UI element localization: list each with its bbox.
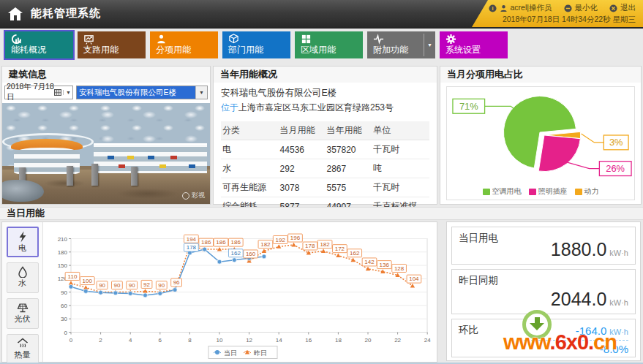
table-cell: 44536 <box>279 140 326 159</box>
side-tab-water[interactable]: 水 <box>7 262 39 293</box>
energy-type-rail: 电水光伏热量 <box>2 222 43 362</box>
table-row: 水2922867吨 <box>221 159 429 178</box>
legend-swatch-icon <box>483 189 490 195</box>
svg-text:12: 12 <box>246 337 252 344</box>
table-cell: 3078 <box>279 178 326 197</box>
pie-chart-frame: 71%3%26% 空调用电照明插座动力 <box>446 86 635 200</box>
table-cell: 千瓦时 <box>372 140 429 159</box>
daily-stats-panel: 当日用电1880.0kW·h昨日同期2044.0kW·h环比-164.0kW·h… <box>446 221 641 361</box>
logout-label[interactable]: 退出 <box>620 3 636 13</box>
column-header: 分类 <box>221 121 279 140</box>
building-dropdown-arrow[interactable]: ▼ <box>195 86 207 99</box>
annual-panel-title: 当年用能概况 <box>214 67 437 83</box>
tab-label: 支路用能 <box>83 44 119 56</box>
pie-legend-item: 空调用电 <box>483 186 522 197</box>
svg-text:136: 136 <box>380 262 390 268</box>
svg-text:180: 180 <box>58 249 68 256</box>
svg-text:162: 162 <box>231 250 241 257</box>
table-row: 电44536357820千瓦时 <box>221 140 429 159</box>
date-dropdown-arrow[interactable]: ▼ <box>63 90 71 95</box>
svg-text:18: 18 <box>335 337 342 344</box>
table-header-row: 分类当月用能当年用能单位 <box>221 121 429 140</box>
logged-user: acrel|操作员 <box>511 3 552 13</box>
svg-text:96: 96 <box>173 279 180 286</box>
tab-energy-overview[interactable]: 能耗概况 <box>5 31 73 58</box>
tab-dropdown-arrow[interactable]: ▼ <box>424 34 435 56</box>
svg-text:8: 8 <box>188 337 192 344</box>
column-header: 单位 <box>372 121 429 140</box>
svg-text:178: 178 <box>305 243 315 249</box>
building-info-panel: 建筑信息 2018年 7月18日 ▼ 安科瑞电气股份有限公司E楼 ▼ <box>1 66 211 205</box>
side-tab-heat[interactable]: 热量 <box>7 334 39 364</box>
stat-unit: kW·h <box>609 298 628 307</box>
stat-value: 1880.0 <box>551 239 606 259</box>
svg-text:0: 0 <box>69 337 73 344</box>
svg-text:90: 90 <box>129 282 135 289</box>
svg-text:10: 10 <box>217 337 223 344</box>
minimize-label[interactable]: 最小化 <box>575 3 598 13</box>
table-cell: 水 <box>221 159 279 178</box>
table-cell: 292 <box>279 159 326 178</box>
svg-text:22: 22 <box>394 337 401 344</box>
tab-branch-energy[interactable]: 支路用能 <box>78 31 146 58</box>
home-icon[interactable] <box>7 6 23 22</box>
side-tab-solar[interactable]: 光伏 <box>7 298 39 329</box>
stat-card-today-usage: 当日用电1880.0kW·h <box>451 227 636 265</box>
pie-panel-title: 当月分项用电占比 <box>440 67 641 83</box>
date-value: 2018年 7月18日 <box>7 82 54 102</box>
svg-text:186: 186 <box>231 239 241 246</box>
tab-label: 分项用能 <box>156 44 191 56</box>
region-icon <box>301 34 312 45</box>
location-link[interactable]: 位于 <box>221 102 238 113</box>
svg-text:196: 196 <box>290 235 301 241</box>
legend-swatch-icon <box>529 189 536 195</box>
tab-region-energy[interactable]: 区域用能 <box>295 31 363 58</box>
info-icon[interactable]: i <box>489 4 497 12</box>
svg-text:92: 92 <box>143 281 150 288</box>
stat-label: 昨日同期 <box>452 270 635 287</box>
tab-label: 区域用能 <box>301 44 336 56</box>
tab-label: 部门用能 <box>228 44 263 56</box>
daily-usage-band: 当日用能 <box>0 207 643 220</box>
svg-text:4: 4 <box>129 337 132 344</box>
calendar-icon <box>54 88 61 96</box>
date-picker[interactable]: 2018年 7月18日 ▼ <box>4 86 73 99</box>
svg-text:90: 90 <box>99 282 105 289</box>
side-tab-electricity[interactable]: 电 <box>7 227 39 257</box>
svg-text:160: 160 <box>246 251 256 257</box>
photo-watermark: 彩视 <box>182 191 205 200</box>
daily-line-chart: 0306090120150180210024681012141618202224… <box>43 222 437 362</box>
side-tab-label: 电 <box>8 243 37 254</box>
svg-text:60: 60 <box>61 303 67 309</box>
svg-text:150: 150 <box>58 262 68 269</box>
building-select[interactable]: 安科瑞电气股份有限公司E楼 ▼ <box>76 86 208 99</box>
building-select-value: 安科瑞电气股份有限公司E楼 <box>77 86 195 99</box>
svg-text:100: 100 <box>83 278 93 284</box>
svg-text:128: 128 <box>394 265 405 272</box>
svg-text:昨日: 昨日 <box>254 349 267 357</box>
stat-unit: kW·h <box>609 249 628 257</box>
tab-subentry-energy[interactable]: 分项用能 <box>150 31 218 58</box>
water-icon <box>17 266 29 278</box>
daily-chart-panel: 电水光伏热量 030609012015018021002468101214161… <box>1 221 437 363</box>
solar-icon <box>17 302 29 314</box>
minimize-icon[interactable] <box>564 4 572 12</box>
table-cell: 吨 <box>372 159 429 178</box>
svg-text:186: 186 <box>201 239 211 246</box>
building-panel-title: 建筑信息 <box>2 67 210 83</box>
svg-text:182: 182 <box>260 241 271 248</box>
pie-legend: 空调用电照明插座动力 <box>447 186 634 197</box>
svg-text:192: 192 <box>276 237 286 243</box>
side-tab-label: 光伏 <box>7 314 38 325</box>
svg-text:24: 24 <box>424 337 431 344</box>
legend-label: 空调用电 <box>492 186 522 197</box>
logout-icon[interactable] <box>609 4 617 12</box>
svg-text:6: 6 <box>159 337 162 344</box>
stat-percent: -8.0% <box>600 343 628 355</box>
svg-text:90: 90 <box>158 282 165 289</box>
svg-text:104: 104 <box>409 276 419 282</box>
svg-text:142: 142 <box>364 259 375 265</box>
tab-system-settings[interactable]: 系统设置 <box>440 31 508 58</box>
tab-extra-functions[interactable]: 附加功能▼ <box>367 31 435 58</box>
tab-department-energy[interactable]: 部门用能 <box>222 31 290 58</box>
